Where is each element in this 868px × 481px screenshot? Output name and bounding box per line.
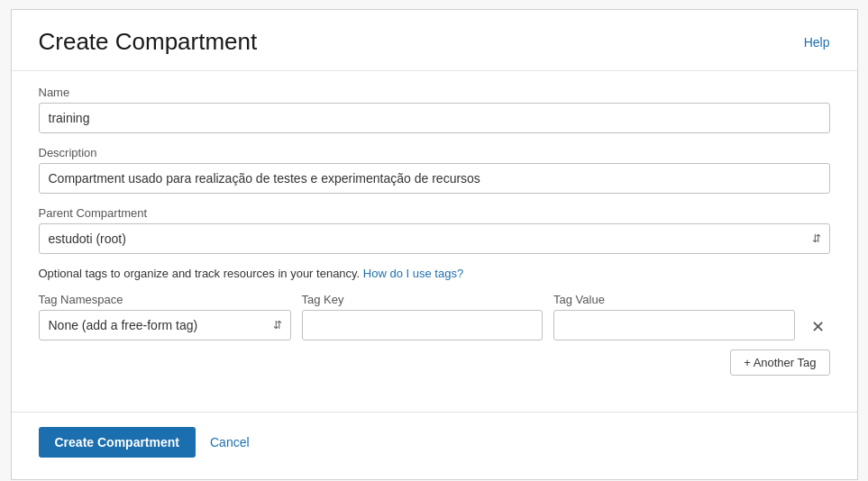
another-tag-button[interactable]: + Another Tag xyxy=(730,349,829,376)
header-divider xyxy=(12,70,857,71)
tag-namespace-label: Tag Namespace xyxy=(39,293,291,306)
tag-key-group: Tag Key xyxy=(302,293,544,340)
parent-compartment-select-wrapper: estudoti (root) ⇵ xyxy=(39,223,830,254)
description-label: Description xyxy=(39,146,830,159)
tags-row: Tag Namespace None (add a free-form tag)… xyxy=(39,293,830,340)
dialog-footer: Create Compartment Cancel xyxy=(12,412,857,479)
cancel-button[interactable]: Cancel xyxy=(210,435,250,449)
tag-key-input[interactable] xyxy=(302,310,544,340)
tag-key-label: Tag Key xyxy=(302,293,544,306)
parent-compartment-select[interactable]: estudoti (root) xyxy=(39,223,830,254)
tags-help-link[interactable]: How do I use tags? xyxy=(363,267,463,280)
help-link[interactable]: Help xyxy=(804,35,830,50)
name-field-group: Name xyxy=(39,86,830,133)
name-input[interactable] xyxy=(39,103,830,133)
dialog-body: Name Description Parent Compartment estu… xyxy=(12,86,857,412)
tags-note: Optional tags to organize and track reso… xyxy=(39,267,830,280)
tag-value-label: Tag Value xyxy=(553,293,795,306)
page-title: Create Compartment xyxy=(39,28,258,56)
remove-tag-button[interactable]: ✕ xyxy=(806,315,830,339)
tag-value-group: Tag Value xyxy=(553,293,795,340)
name-label: Name xyxy=(39,86,830,99)
tag-remove-col: ✕ xyxy=(806,315,830,340)
tag-namespace-select[interactable]: None (add a free-form tag) xyxy=(39,310,291,340)
description-field-group: Description xyxy=(39,146,830,194)
parent-compartment-label: Parent Compartment xyxy=(39,206,830,220)
another-tag-row: + Another Tag xyxy=(39,349,830,376)
parent-compartment-field-group: Parent Compartment estudoti (root) ⇵ xyxy=(39,206,830,254)
description-input[interactable] xyxy=(39,163,830,194)
create-compartment-dialog: Create Compartment Help Name Description… xyxy=(11,9,858,480)
tag-namespace-group: Tag Namespace None (add a free-form tag)… xyxy=(39,293,291,340)
tag-namespace-select-wrapper: None (add a free-form tag) ⇵ xyxy=(39,310,291,340)
dialog-header: Create Compartment Help xyxy=(12,10,857,70)
create-compartment-button[interactable]: Create Compartment xyxy=(39,427,196,458)
tag-value-input[interactable] xyxy=(553,310,795,340)
